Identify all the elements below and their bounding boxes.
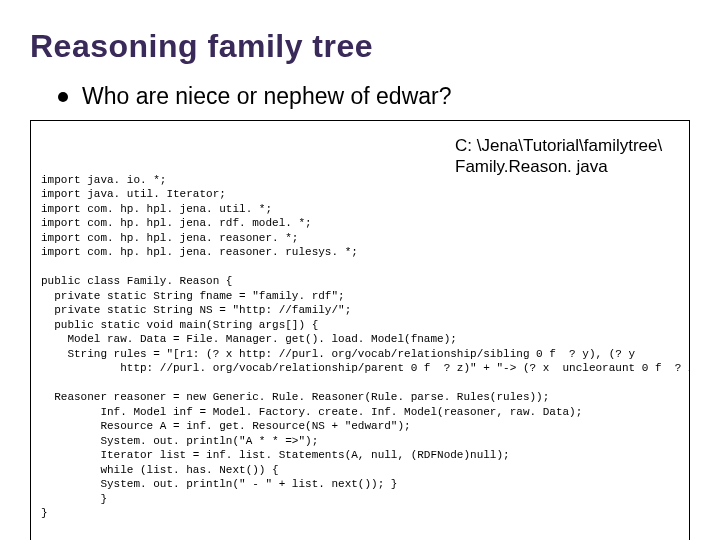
file-path-label: C: \Jena\Tutorial\familytree\ Family.Rea… (455, 135, 675, 178)
code-content: import java. io. *; import java. util. I… (41, 173, 679, 521)
slide-title: Reasoning family tree (30, 28, 690, 65)
question-text: Who are niece or nephew of edwar? (82, 83, 452, 110)
slide: Reasoning family tree Who are niece or n… (0, 0, 720, 540)
bullet-icon (58, 92, 68, 102)
bullet-row: Who are niece or nephew of edwar? (58, 83, 690, 110)
code-box: C: \Jena\Tutorial\familytree\ Family.Rea… (30, 120, 690, 540)
